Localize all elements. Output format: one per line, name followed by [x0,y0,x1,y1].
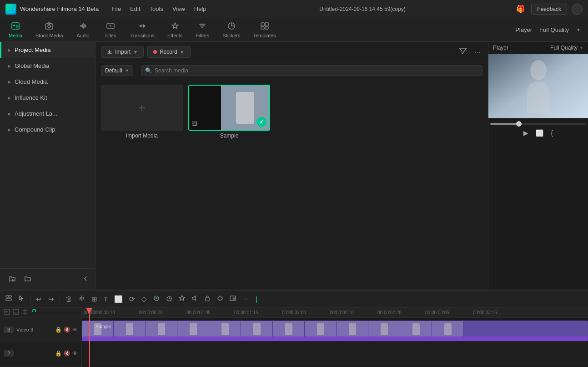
quality-label: Full Quality [550,45,578,51]
add-track-button[interactable] [4,309,10,316]
menu-file[interactable]: File [108,4,125,14]
mini-figure [158,323,165,335]
new-folder-button[interactable] [22,273,34,285]
sidebar: ▶ Project Media ▶ Global Media ▶ Cloud M… [0,42,95,290]
quality-selector[interactable]: Full Quality ▼ [550,45,583,51]
tab-audio[interactable]: Audio [70,20,97,40]
add-folder-button[interactable] [6,273,18,285]
menu-edit[interactable]: Edit [126,4,144,14]
tab-transitions[interactable]: Transitions [124,20,161,40]
tl-delete[interactable]: 🗑 [64,294,74,304]
tl-rotate[interactable]: ⟳ [127,294,137,305]
tab-filters[interactable]: Filters [189,20,216,40]
svg-marker-34 [179,296,185,301]
tl-pointer-tool[interactable] [16,294,26,304]
record-button[interactable]: Record ▼ [147,46,191,58]
tl-select-tool[interactable] [4,294,14,304]
import-media-thumbnail[interactable]: + [101,85,183,131]
search-input[interactable] [155,67,478,74]
tab-media[interactable]: Media [2,20,29,40]
tl-keyframe[interactable] [215,294,225,304]
track-lock-icon-2[interactable]: 🔒 [55,350,62,357]
tl-undo[interactable]: ↩ [34,294,44,305]
tl-zoom-out[interactable]: － [241,293,251,305]
import-media-label: Import Media [126,133,158,139]
import-button[interactable]: Import ▼ [101,46,144,58]
account-button[interactable] [572,4,583,15]
feedback-button[interactable]: Feedback [531,4,567,15]
sidebar-item-global-media-label: Global Media [15,62,50,69]
gift-icon[interactable]: 🎁 [515,3,527,15]
sample-media-thumbnail[interactable]: 🖼 ✓ [188,85,270,131]
sort-dropdown-arrow: ▼ [125,68,129,73]
quality-label[interactable]: Full Quality [539,26,569,33]
tl-lock[interactable] [202,294,212,304]
tl-transform[interactable]: ⬜ [112,294,125,305]
clip-frame-8 [305,321,337,337]
sort-dropdown[interactable]: Default ▼ [101,65,133,76]
tl-merge[interactable] [151,294,161,304]
list-item[interactable]: 🖼 ✓ Sample [188,85,270,139]
track-eye-icon-2[interactable]: 👁 [72,350,78,357]
selected-checkmark-icon: ✓ [256,117,266,127]
menu-help[interactable]: Help [191,4,210,14]
progress-thumb[interactable] [516,121,522,127]
tl-zoom-in[interactable]: | [254,294,259,304]
tl-split[interactable] [77,294,87,304]
more-options-button[interactable]: ··· [472,47,482,57]
tab-titles[interactable]: T Titles [97,20,124,40]
tab-audio-label: Audio [76,33,89,38]
stop-button[interactable]: ⬜ [536,129,543,137]
tab-stock-media[interactable]: Stock Media [29,20,70,40]
split-audio-button[interactable] [22,309,28,316]
tl-redo[interactable]: ↪ [46,294,56,305]
track-label-video3: 3 Video 3 🔒 🔇 👁 [0,318,81,342]
tc-3: 00:00:01:05 [186,310,234,315]
menu-view[interactable]: View [169,4,189,14]
tab-stickers[interactable]: Stickers [216,20,246,40]
tl-speed[interactable] [164,294,174,304]
sidebar-item-global-media[interactable]: ▶ Global Media [0,58,95,74]
magnet-snap-button[interactable] [31,309,37,316]
tab-transitions-label: Transitions [131,33,155,38]
tl-text[interactable]: T [102,294,110,304]
preview-panel: Player Full Quality ▼ ▶ [488,42,588,290]
svg-rect-17 [265,27,268,29]
tl-crop[interactable]: ⊞ [90,294,99,305]
track-mute-icon[interactable]: 🔇 [64,326,70,333]
tl-color[interactable]: ◇ [140,294,149,305]
sidebar-item-project-media[interactable]: ▶ Project Media [0,42,95,58]
timeline: ↩ ↪ 🗑 ⊞ T ⬜ ⟳ ◇ － | [0,290,588,367]
tab-effects[interactable]: Effects [161,20,189,40]
track-mute-icon-2[interactable]: 🔇 [64,350,70,357]
player-label[interactable]: Player [515,26,532,33]
app-name: Wondershare Filmora 14 Beta [20,5,99,12]
menu-tools[interactable]: Tools [146,4,167,14]
track-lock-icon[interactable]: 🔒 [55,326,62,333]
track-number-3: 3 [4,326,14,333]
clip-frame-2 [114,321,146,337]
sidebar-item-cloud-media[interactable]: ▶ Cloud Media [0,74,95,90]
clip-frame-10 [368,321,400,337]
sidebar-item-influence-kit[interactable]: ▶ Influence Kit [0,90,95,106]
sidebar-bottom-bar [0,268,95,290]
fullscreen-button[interactable]: { [551,129,553,137]
sidebar-collapse-button[interactable] [82,275,89,283]
quality-dropdown-arrow[interactable]: ▼ [576,27,581,32]
list-item[interactable]: + Import Media [101,85,183,139]
filter-icon-button[interactable] [457,46,469,58]
video-clip[interactable]: Sample [82,321,588,338]
tl-ai[interactable] [177,294,187,304]
tab-templates[interactable]: Templates [246,20,282,40]
add-audio-track-button[interactable] [13,309,19,316]
track-icons-video2: 🔒 🔇 👁 [55,350,78,357]
tab-stickers-label: Stickers [222,33,240,38]
preview-progress-bar[interactable] [490,123,586,125]
tl-picture-in-picture[interactable] [228,294,238,304]
play-button[interactable]: ▶ [523,129,528,137]
tl-audio-mute[interactable] [190,294,200,304]
track-name-video3: Video 3 [16,327,33,332]
sidebar-item-adjustment-layer[interactable]: ▶ Adjustment La... [0,106,95,122]
track-eye-icon[interactable]: 👁 [72,326,78,333]
sidebar-item-compound-clip[interactable]: ▶ Compound Clip [0,122,95,138]
